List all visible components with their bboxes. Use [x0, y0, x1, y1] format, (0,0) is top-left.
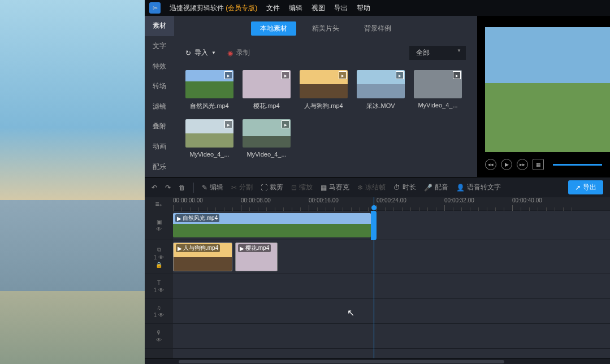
- track-text[interactable]: [173, 274, 610, 299]
- pip-icon: ⧉: [157, 246, 161, 253]
- track-audio[interactable]: [173, 299, 610, 324]
- record-label: 录制: [236, 48, 250, 58]
- speech2text-button[interactable]: 👤语音转文字: [456, 183, 501, 192]
- track-head-video2[interactable]: ⧉1 👁🔒: [145, 240, 173, 274]
- progress-bar[interactable]: [553, 164, 602, 166]
- menu-file[interactable]: 文件: [266, 3, 280, 13]
- asset-item[interactable]: MyVideo_4_...: [414, 70, 462, 110]
- track-head-text[interactable]: T1 👁: [145, 274, 173, 299]
- zoom-button[interactable]: ⊡缩放: [291, 183, 313, 192]
- play-button[interactable]: ▶: [501, 159, 512, 170]
- scroll-thumb[interactable]: [179, 360, 504, 363]
- asset-item[interactable]: 自然风光.mp4: [185, 70, 233, 110]
- crop-icon: ⛶: [261, 184, 267, 192]
- play-icon: ▶: [240, 245, 244, 252]
- track-head-audio[interactable]: ♫1 👁: [145, 299, 173, 324]
- track-voice[interactable]: [173, 324, 610, 349]
- mosaic-button[interactable]: ▦马赛克: [321, 183, 349, 192]
- add-track-icon[interactable]: ≡₊: [145, 197, 173, 211]
- pencil-icon: ✎: [202, 184, 207, 192]
- side-tab-effects[interactable]: 特效: [145, 56, 174, 76]
- undo-button[interactable]: ↶: [152, 184, 157, 192]
- asset-item[interactable]: MyVideo_4_...: [243, 119, 291, 158]
- speech-icon: 👤: [456, 184, 465, 192]
- side-tab-text[interactable]: 文字: [145, 36, 174, 57]
- mosaic-icon: ▦: [321, 184, 327, 192]
- menu-view[interactable]: 视图: [312, 3, 325, 13]
- side-tab-filters[interactable]: 滤镜: [145, 97, 174, 117]
- chevron-down-icon: ▼: [211, 50, 216, 55]
- stop-button[interactable]: ▦: [533, 159, 544, 170]
- edit-button[interactable]: ✎编辑: [202, 183, 223, 192]
- import-button[interactable]: ↻ 导入 ▼: [185, 48, 216, 58]
- preview-viewport[interactable]: [485, 27, 610, 152]
- menu-help[interactable]: 帮助: [357, 3, 370, 13]
- voiceover-button[interactable]: 🎤配音: [424, 183, 448, 192]
- asset-item[interactable]: MyVideo_4_...: [185, 119, 233, 158]
- asset-tab-local[interactable]: 本地素材: [251, 21, 296, 36]
- clip-person[interactable]: ▶人与狗狗.mp4: [173, 242, 232, 271]
- split-button[interactable]: ✂分割: [231, 183, 253, 192]
- app-title-vip: (会员专版): [226, 4, 257, 12]
- track-head-voice[interactable]: 🎙👁: [145, 324, 173, 349]
- crop-button[interactable]: ⛶裁剪: [261, 183, 283, 192]
- track-head-video1[interactable]: ▣👁: [145, 211, 173, 240]
- play-icon: [396, 71, 404, 79]
- side-tab-overlay[interactable]: 叠附: [145, 116, 174, 137]
- menu-export[interactable]: 导出: [334, 3, 348, 13]
- asset-tab-intros[interactable]: 精美片头: [303, 21, 348, 36]
- ruler-mark: 00:00:24.00: [377, 197, 406, 203]
- lock-icon[interactable]: 🔒: [155, 262, 162, 268]
- side-tab-assets[interactable]: 素材: [145, 16, 174, 36]
- asset-thumb[interactable]: [243, 119, 291, 148]
- horizontal-scrollbar[interactable]: [145, 358, 610, 364]
- record-button[interactable]: ◉ 录制: [227, 48, 250, 58]
- timeline-toolbar: ↶ ↷ 🗑 ✎编辑 ✂分割 ⛶裁剪 ⊡缩放 ▦马赛克 ❄冻结帧 ⏱时长 🎤配音 …: [145, 177, 610, 197]
- ruler-mark: 00:00:32.00: [444, 197, 474, 203]
- track-video2[interactable]: ▶人与狗狗.mp4 ▶樱花.mp4: [173, 240, 610, 274]
- asset-thumb[interactable]: [185, 70, 233, 98]
- delete-button[interactable]: 🗑: [179, 184, 185, 192]
- filter-select[interactable]: 全部: [409, 46, 466, 60]
- asset-item[interactable]: 采冰.MOV: [357, 70, 405, 110]
- asset-item[interactable]: 人与狗狗.mp4: [300, 70, 348, 110]
- prev-button[interactable]: ◂◂: [485, 159, 496, 170]
- clip-nature[interactable]: ▶自然风光.mp4: [173, 213, 371, 237]
- menu-edit[interactable]: 编辑: [289, 3, 302, 13]
- play-icon: ▶: [178, 245, 182, 252]
- text-icon: T: [157, 280, 161, 286]
- asset-thumb[interactable]: [185, 119, 233, 148]
- ruler[interactable]: 00:00:00.0000:00:08.0000:00:16.0000:00:2…: [173, 197, 610, 211]
- side-tab-animation[interactable]: 动画: [145, 137, 174, 157]
- asset-label: 采冰.MOV: [357, 102, 405, 110]
- ruler-mark: 00:00:16.00: [309, 197, 339, 203]
- freeze-button[interactable]: ❄冻结帧: [357, 183, 386, 192]
- track-video1[interactable]: ▶自然风光.mp4: [173, 211, 610, 240]
- preview-controls: ◂◂ ▶ ▸▸ ▦: [477, 152, 610, 177]
- next-button[interactable]: ▸▸: [517, 159, 528, 170]
- redo-button[interactable]: ↷: [165, 184, 171, 192]
- play-icon: [453, 71, 461, 79]
- clip-sakura[interactable]: ▶樱花.mp4: [235, 242, 278, 271]
- asset-label: MyVideo_4_...: [414, 102, 462, 109]
- asset-grid: 自然风光.mp4樱花.mp4人与狗狗.mp4采冰.MOVMyVideo_4_..…: [174, 64, 477, 163]
- side-tab-transitions[interactable]: 转场: [145, 76, 174, 97]
- asset-label: MyVideo_4_...: [243, 151, 291, 158]
- app-title: 迅捷视频剪辑软件 (会员专版): [170, 3, 257, 13]
- asset-item[interactable]: 樱花.mp4: [243, 70, 291, 110]
- tracks-area[interactable]: 00:00:00.0000:00:08.0000:00:16.0000:00:2…: [173, 197, 610, 358]
- asset-thumb[interactable]: [243, 70, 291, 98]
- asset-thumb[interactable]: [300, 70, 348, 98]
- ruler-mark: 00:00:40.00: [512, 197, 542, 203]
- asset-thumb[interactable]: [414, 70, 462, 98]
- asset-thumb[interactable]: [357, 70, 405, 98]
- eye-icon[interactable]: 👁: [156, 226, 162, 232]
- asset-tab-backgrounds[interactable]: 背景样例: [355, 21, 400, 36]
- playhead[interactable]: [374, 197, 374, 358]
- asset-panel: 本地素材 精美片头 背景样例 ↻ 导入 ▼ ◉ 录制 全部 自然风光.mp4樱花…: [174, 16, 477, 191]
- timeline: ≡₊ ▣👁 ⧉1 👁🔒 T1 👁 ♫1 👁 🎙👁 00:00:00.0000:0…: [145, 197, 610, 358]
- cursor-icon: ↖: [347, 307, 354, 318]
- duration-button[interactable]: ⏱时长: [393, 183, 416, 192]
- export-button[interactable]: ↗导出: [568, 180, 603, 194]
- side-tab-music[interactable]: 配乐: [145, 157, 174, 177]
